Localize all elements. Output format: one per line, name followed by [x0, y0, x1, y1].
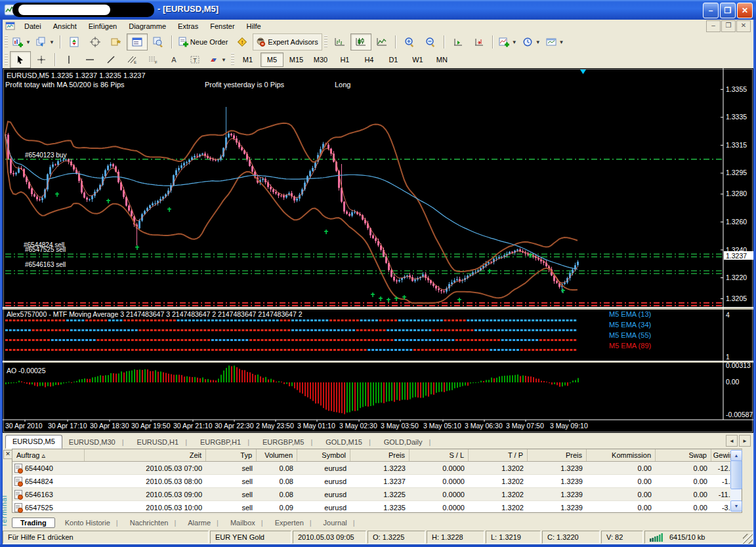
horizontal-line-tool-button[interactable] — [79, 51, 100, 68]
arrows-tool-button[interactable]: ▼ — [205, 51, 229, 68]
child-close-button[interactable]: ✕ — [736, 20, 751, 32]
timeframe-d1-button[interactable]: D1 — [382, 52, 405, 67]
terminal-tab-nachrichten[interactable]: Nachrichten| — [124, 517, 182, 528]
chart-tab-eurgbp-m5[interactable]: EURGBP,M5| — [256, 436, 319, 449]
timeframe-h4-button[interactable]: H4 — [358, 52, 381, 67]
chart-window[interactable]: EURUSD,M5 1.3235 1.3237 1.3235 1.3237Pro… — [3, 68, 753, 433]
terminal-tab-trading[interactable]: Trading — [12, 517, 55, 528]
window-minimize-button[interactable]: – — [703, 3, 719, 18]
metaeditor-button[interactable]: ! — [232, 33, 253, 51]
terminal-tab-experten[interactable]: Experten| — [269, 517, 318, 528]
terminal-tab-alarme[interactable]: Alarme| — [182, 517, 224, 528]
chart-tab-eurusd-h1[interactable]: EURUSD,H1| — [131, 436, 194, 449]
menu-fenster[interactable]: Fenster — [204, 21, 240, 31]
timeframe-mn-button[interactable]: MN — [430, 52, 453, 67]
chart-tab-gold-m15[interactable]: GOLD,M15| — [319, 436, 377, 449]
crosshair-tool-button[interactable] — [31, 51, 52, 68]
toolbar-grip[interactable] — [231, 53, 234, 66]
column-header-kommission[interactable]: Kommission — [587, 449, 656, 461]
scroll-up-button[interactable]: ▲ — [730, 450, 742, 461]
terminal-tab-mailbox[interactable]: Mailbox| — [224, 517, 269, 528]
window-border-left — [0, 20, 3, 547]
vertical-line-tool-button[interactable] — [58, 51, 79, 68]
child-minimize-button[interactable]: – — [706, 20, 721, 32]
profiles-button[interactable]: ▼ — [33, 33, 57, 51]
price-axis-label: 1.3295 — [726, 169, 747, 176]
scroll-down-button[interactable]: ▼ — [730, 500, 742, 512]
menu-diagramme[interactable]: Diagramme — [123, 21, 172, 31]
terminal-tabs: TradingKonto Historie|Nachrichten|Alarme… — [12, 516, 361, 529]
fibonacci-tool-button[interactable]: F — [142, 51, 163, 68]
column-header-typ[interactable]: Typ — [206, 449, 257, 461]
trendline-tool-button[interactable] — [100, 51, 121, 68]
terminal-button[interactable] — [127, 33, 148, 51]
text-label-tool-button[interactable]: T — [184, 51, 205, 68]
menu-datei[interactable]: Datei — [18, 21, 47, 31]
timeframe-m5-button[interactable]: M5 — [261, 52, 284, 67]
zoom-out-button[interactable] — [420, 33, 441, 51]
periods-button[interactable]: ▼ — [520, 33, 543, 51]
chart-tab-eurgbp-h1[interactable]: EURGBP,H1| — [194, 436, 256, 449]
toolbar-grip[interactable] — [5, 35, 8, 49]
data-window-button[interactable] — [85, 33, 106, 51]
chart-tab-gold-daily[interactable]: GOLD,Daily| — [377, 436, 438, 449]
column-header-preis[interactable]: Preis — [350, 449, 410, 461]
timeframe-m1-button[interactable]: M1 — [236, 52, 259, 67]
templates-button[interactable]: ▼ — [543, 33, 567, 51]
toolbar-grip[interactable] — [5, 53, 8, 66]
column-header-preis[interactable]: Preis — [528, 449, 587, 461]
column-header-auftrag[interactable]: Auftrag ▵ — [12, 449, 85, 461]
market-watch-button[interactable] — [64, 33, 85, 51]
cursor-tool-button[interactable] — [10, 51, 31, 68]
column-header-symbol[interactable]: Symbol — [297, 449, 350, 461]
new-chart-button[interactable]: ▼ — [10, 33, 33, 51]
indicators-button[interactable]: ▼ — [496, 33, 520, 51]
table-row[interactable]: 65461632010.05.03 09:00sell0.08eurusd1.3… — [12, 488, 742, 501]
table-row[interactable]: 65440402010.05.03 07:00sell0.08eurusd1.3… — [12, 462, 742, 475]
window-close-button[interactable]: ✕ — [737, 3, 753, 18]
table-row[interactable]: 65448242010.05.03 08:00sell0.08eurusd1.3… — [12, 475, 742, 488]
auto-scroll-button[interactable] — [448, 33, 469, 51]
column-header-swap[interactable]: Swap — [656, 449, 711, 461]
chart-tab-eurusd-m30[interactable]: EURUSD,M30| — [62, 436, 131, 449]
text-tool-button[interactable]: A — [163, 51, 184, 68]
chart-shift-button[interactable] — [469, 33, 490, 51]
terminal-tab-konto-historie[interactable]: Konto Historie| — [59, 517, 124, 528]
candlestick-chart-button[interactable] — [350, 33, 371, 51]
scrollbar-thumb[interactable] — [730, 460, 742, 489]
terminal-tab-journal[interactable]: Journal| — [318, 517, 361, 528]
strategy-tester-button[interactable] — [148, 33, 169, 51]
toolbar-grip[interactable] — [324, 35, 327, 49]
menu-ansicht[interactable]: Ansicht — [47, 21, 83, 31]
timeframe-h1-button[interactable]: H1 — [333, 52, 356, 67]
column-header-sl[interactable]: S / L — [410, 449, 469, 461]
menu-hilfe[interactable]: Hilfe — [241, 21, 267, 31]
title-bar[interactable]: - [EURUSD,M5] – ❐ ✕ — [0, 0, 756, 20]
navigator-button[interactable] — [106, 33, 127, 51]
column-header-zeit[interactable]: Zeit — [85, 449, 206, 461]
tab-scroll-right-button[interactable]: ► — [739, 435, 751, 447]
terminal-close-button[interactable]: ✕ — [3, 450, 12, 459]
column-header-tp[interactable]: T / P — [469, 449, 528, 461]
expert-advisors-button[interactable]: Expert Advisors — [253, 33, 322, 51]
terminal-scrollbar[interactable]: ▲ ▼ — [730, 450, 741, 512]
timeframe-m30-button[interactable]: M30 — [309, 52, 332, 67]
table-row[interactable]: 65475252010.05.03 10:00sell0.09eurusd1.3… — [12, 501, 742, 514]
line-chart-button[interactable] — [371, 33, 392, 51]
time-axis-label: 3 May 09:10 — [550, 422, 588, 430]
menu-einfügen[interactable]: Einfügen — [83, 21, 123, 31]
child-restore-button[interactable]: ❐ — [721, 20, 736, 32]
zoom-in-button[interactable] — [399, 33, 420, 51]
column-header-volumen[interactable]: Volumen — [257, 449, 297, 461]
price-chart-svg[interactable]: EURUSD,M5 1.3235 1.3237 1.3235 1.3237Pro… — [3, 68, 753, 433]
timeframe-w1-button[interactable]: W1 — [406, 52, 429, 67]
window-maximize-button[interactable]: ❐ — [720, 3, 736, 18]
chart-tab-eurusd-m5[interactable]: EURUSD,M5 — [5, 435, 62, 449]
channel-tool-button[interactable]: E — [121, 51, 142, 68]
timeframe-m15-button[interactable]: M15 — [285, 52, 308, 67]
resize-grip[interactable] — [743, 534, 753, 544]
neue-order-button[interactable]: Neue Order — [175, 33, 232, 51]
bar-chart-button[interactable] — [329, 33, 350, 51]
menu-extras[interactable]: Extras — [172, 21, 204, 31]
tab-scroll-left-button[interactable]: ◄ — [726, 435, 738, 447]
